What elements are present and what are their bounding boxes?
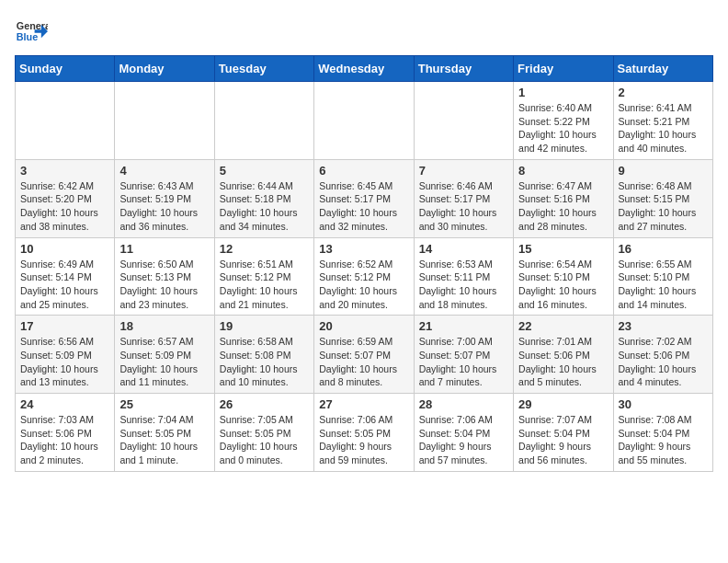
calendar-cell: 25Sunrise: 7:04 AM Sunset: 5:05 PM Dayli… <box>115 394 214 472</box>
day-info: Sunrise: 6:40 AM Sunset: 5:22 PM Dayligh… <box>518 101 608 155</box>
day-number: 23 <box>619 319 708 333</box>
day-number: 16 <box>619 242 708 256</box>
calendar-header-row: SundayMondayTuesdayWednesdayThursdayFrid… <box>16 56 713 82</box>
calendar-cell: 12Sunrise: 6:51 AM Sunset: 5:12 PM Dayli… <box>214 237 313 316</box>
day-info: Sunrise: 6:46 AM Sunset: 5:17 PM Dayligh… <box>419 179 508 234</box>
calendar-cell <box>414 82 513 160</box>
day-info: Sunrise: 7:00 AM Sunset: 5:07 PM Dayligh… <box>419 335 508 389</box>
logo: General Blue <box>15 15 48 48</box>
col-header-friday: Friday <box>514 56 613 82</box>
day-info: Sunrise: 6:51 AM Sunset: 5:12 PM Dayligh… <box>220 258 309 312</box>
calendar-cell: 29Sunrise: 7:07 AM Sunset: 5:04 PM Dayli… <box>514 394 613 472</box>
calendar-cell: 27Sunrise: 7:06 AM Sunset: 5:05 PM Dayli… <box>314 394 414 472</box>
day-number: 2 <box>619 86 708 99</box>
calendar-cell: 20Sunrise: 6:59 AM Sunset: 5:07 PM Dayli… <box>314 316 414 394</box>
logo-icon: General Blue <box>15 15 48 48</box>
calendar-cell: 3Sunrise: 6:42 AM Sunset: 5:20 PM Daylig… <box>16 159 115 237</box>
day-number: 21 <box>419 319 508 333</box>
calendar-cell: 1Sunrise: 6:40 AM Sunset: 5:22 PM Daylig… <box>514 82 613 160</box>
day-info: Sunrise: 6:49 AM Sunset: 5:14 PM Dayligh… <box>20 258 109 312</box>
day-info: Sunrise: 6:55 AM Sunset: 5:10 PM Dayligh… <box>619 258 708 312</box>
calendar-cell: 9Sunrise: 6:48 AM Sunset: 5:15 PM Daylig… <box>613 159 712 237</box>
calendar-cell: 8Sunrise: 6:47 AM Sunset: 5:16 PM Daylig… <box>514 159 613 237</box>
day-number: 10 <box>20 242 109 256</box>
calendar-cell: 22Sunrise: 7:01 AM Sunset: 5:06 PM Dayli… <box>514 316 613 394</box>
calendar-cell: 7Sunrise: 6:46 AM Sunset: 5:17 PM Daylig… <box>414 159 513 237</box>
day-number: 5 <box>220 164 309 178</box>
day-number: 3 <box>20 164 109 178</box>
day-info: Sunrise: 6:42 AM Sunset: 5:20 PM Dayligh… <box>20 179 109 234</box>
calendar-cell: 30Sunrise: 7:08 AM Sunset: 5:04 PM Dayli… <box>613 394 712 472</box>
calendar-week-row: 3Sunrise: 6:42 AM Sunset: 5:20 PM Daylig… <box>16 159 713 237</box>
calendar-cell: 10Sunrise: 6:49 AM Sunset: 5:14 PM Dayli… <box>16 237 115 316</box>
calendar-week-row: 17Sunrise: 6:56 AM Sunset: 5:09 PM Dayli… <box>16 316 713 394</box>
calendar-cell: 2Sunrise: 6:41 AM Sunset: 5:21 PM Daylig… <box>613 82 712 160</box>
calendar-table: SundayMondayTuesdayWednesdayThursdayFrid… <box>15 55 713 472</box>
day-number: 13 <box>319 242 408 256</box>
day-info: Sunrise: 6:57 AM Sunset: 5:09 PM Dayligh… <box>119 335 209 389</box>
col-header-monday: Monday <box>115 56 214 82</box>
calendar-cell: 4Sunrise: 6:43 AM Sunset: 5:19 PM Daylig… <box>115 159 214 237</box>
calendar-cell: 16Sunrise: 6:55 AM Sunset: 5:10 PM Dayli… <box>613 237 712 316</box>
calendar-week-row: 1Sunrise: 6:40 AM Sunset: 5:22 PM Daylig… <box>16 82 713 160</box>
day-number: 25 <box>119 397 209 411</box>
day-info: Sunrise: 7:01 AM Sunset: 5:06 PM Dayligh… <box>518 335 608 389</box>
page-header: General Blue <box>15 15 713 48</box>
calendar-cell: 28Sunrise: 7:06 AM Sunset: 5:04 PM Dayli… <box>414 394 513 472</box>
col-header-saturday: Saturday <box>613 56 712 82</box>
calendar-cell: 19Sunrise: 6:58 AM Sunset: 5:08 PM Dayli… <box>214 316 313 394</box>
day-info: Sunrise: 7:03 AM Sunset: 5:06 PM Dayligh… <box>20 413 109 467</box>
day-info: Sunrise: 6:54 AM Sunset: 5:10 PM Dayligh… <box>518 258 608 312</box>
day-info: Sunrise: 7:07 AM Sunset: 5:04 PM Dayligh… <box>518 413 608 467</box>
calendar-cell: 21Sunrise: 7:00 AM Sunset: 5:07 PM Dayli… <box>414 316 513 394</box>
day-info: Sunrise: 6:53 AM Sunset: 5:11 PM Dayligh… <box>419 258 508 312</box>
day-info: Sunrise: 6:43 AM Sunset: 5:19 PM Dayligh… <box>119 179 209 234</box>
calendar-cell: 23Sunrise: 7:02 AM Sunset: 5:06 PM Dayli… <box>613 316 712 394</box>
day-number: 9 <box>619 164 708 178</box>
day-info: Sunrise: 7:04 AM Sunset: 5:05 PM Dayligh… <box>119 413 209 467</box>
calendar-cell: 5Sunrise: 6:44 AM Sunset: 5:18 PM Daylig… <box>214 159 313 237</box>
col-header-sunday: Sunday <box>16 56 115 82</box>
day-info: Sunrise: 6:48 AM Sunset: 5:15 PM Dayligh… <box>619 179 708 234</box>
day-info: Sunrise: 6:52 AM Sunset: 5:12 PM Dayligh… <box>319 258 408 312</box>
day-info: Sunrise: 6:47 AM Sunset: 5:16 PM Dayligh… <box>518 179 608 234</box>
calendar-cell: 24Sunrise: 7:03 AM Sunset: 5:06 PM Dayli… <box>16 394 115 472</box>
day-info: Sunrise: 7:05 AM Sunset: 5:05 PM Dayligh… <box>220 413 309 467</box>
day-number: 24 <box>20 397 109 411</box>
calendar-cell: 11Sunrise: 6:50 AM Sunset: 5:13 PM Dayli… <box>115 237 214 316</box>
calendar-cell <box>314 82 414 160</box>
calendar-cell: 13Sunrise: 6:52 AM Sunset: 5:12 PM Dayli… <box>314 237 414 316</box>
day-number: 30 <box>619 397 708 411</box>
day-number: 4 <box>119 164 209 178</box>
day-number: 11 <box>119 242 209 256</box>
calendar-cell <box>214 82 313 160</box>
day-number: 1 <box>518 86 608 99</box>
calendar-cell: 26Sunrise: 7:05 AM Sunset: 5:05 PM Dayli… <box>214 394 313 472</box>
day-number: 22 <box>518 319 608 333</box>
day-number: 7 <box>419 164 508 178</box>
calendar-cell: 18Sunrise: 6:57 AM Sunset: 5:09 PM Dayli… <box>115 316 214 394</box>
calendar-cell: 17Sunrise: 6:56 AM Sunset: 5:09 PM Dayli… <box>16 316 115 394</box>
day-info: Sunrise: 7:06 AM Sunset: 5:04 PM Dayligh… <box>419 413 508 467</box>
day-number: 18 <box>119 319 209 333</box>
calendar-week-row: 10Sunrise: 6:49 AM Sunset: 5:14 PM Dayli… <box>16 237 713 316</box>
day-number: 15 <box>518 242 608 256</box>
day-info: Sunrise: 7:02 AM Sunset: 5:06 PM Dayligh… <box>619 335 708 389</box>
calendar-cell: 6Sunrise: 6:45 AM Sunset: 5:17 PM Daylig… <box>314 159 414 237</box>
day-info: Sunrise: 6:59 AM Sunset: 5:07 PM Dayligh… <box>319 335 408 389</box>
col-header-thursday: Thursday <box>414 56 513 82</box>
col-header-wednesday: Wednesday <box>314 56 414 82</box>
calendar-week-row: 24Sunrise: 7:03 AM Sunset: 5:06 PM Dayli… <box>16 394 713 472</box>
day-number: 28 <box>419 397 508 411</box>
day-number: 19 <box>220 319 309 333</box>
day-info: Sunrise: 6:45 AM Sunset: 5:17 PM Dayligh… <box>319 179 408 234</box>
day-number: 14 <box>419 242 508 256</box>
day-number: 12 <box>220 242 309 256</box>
day-info: Sunrise: 6:41 AM Sunset: 5:21 PM Dayligh… <box>619 101 708 155</box>
day-number: 17 <box>20 319 109 333</box>
day-info: Sunrise: 6:44 AM Sunset: 5:18 PM Dayligh… <box>220 179 309 234</box>
calendar-cell <box>115 82 214 160</box>
day-info: Sunrise: 7:08 AM Sunset: 5:04 PM Dayligh… <box>619 413 708 467</box>
day-number: 8 <box>518 164 608 178</box>
calendar-cell <box>16 82 115 160</box>
